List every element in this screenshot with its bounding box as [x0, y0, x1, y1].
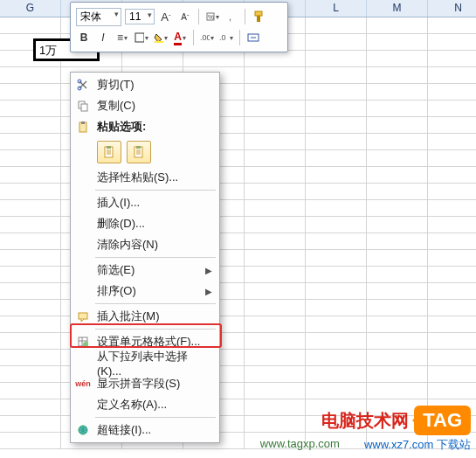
paste-option-row	[71, 137, 219, 167]
svg-rect-4	[257, 16, 260, 22]
brush-icon	[252, 10, 265, 23]
svg-rect-3	[255, 11, 262, 16]
menu-clear[interactable]: 清除内容(N)	[71, 234, 219, 255]
paste-option-values[interactable]	[127, 141, 151, 163]
menu-define-name[interactable]: 定义名称(A)...	[71, 394, 219, 415]
svg-text:.00: .00	[200, 33, 210, 42]
svg-point-22	[83, 342, 88, 347]
scissors-icon	[74, 77, 92, 93]
decrease-decimal-button[interactable]: .00	[199, 30, 215, 45]
border-icon	[135, 32, 144, 43]
watermark-url: www.tagxp.com	[260, 437, 340, 453]
menu-paste-special[interactable]: 选择性粘贴(S)...	[71, 167, 219, 188]
menu-show-pinyin[interactable]: wén 显示拼音字段(S)	[71, 373, 219, 394]
font-color-button[interactable]: A	[172, 30, 188, 45]
accounting-format-button[interactable]: %	[204, 9, 220, 24]
tag-badge: TAG	[414, 406, 471, 435]
clipboard-icon	[74, 119, 92, 135]
svg-text:.0: .0	[219, 33, 226, 42]
italic-button[interactable]: I	[95, 30, 111, 45]
col-header[interactable]: M	[367, 0, 428, 17]
watermark: 电脑技术网 TAG www.tagxp.com www.xz7.com 下载站	[260, 406, 471, 453]
menu-delete[interactable]: 删除(D)...	[71, 213, 219, 234]
menu-hyperlink[interactable]: 超链接(I)...	[71, 420, 219, 441]
context-menu: 剪切(T) 复制(C) 粘贴选项: 选择性粘贴(S)... 插入(I)... 删…	[70, 72, 220, 443]
col-header[interactable]: L	[306, 0, 367, 17]
menu-insert-comment[interactable]: 插入批注(M)	[71, 306, 219, 327]
format-cells-icon	[74, 334, 92, 350]
svg-rect-20	[79, 313, 87, 319]
merge-button[interactable]	[245, 30, 261, 45]
submenu-arrow-icon: ▶	[205, 287, 212, 296]
svg-rect-13	[81, 104, 87, 111]
bold-button[interactable]: B	[76, 30, 92, 45]
increase-decimal-button[interactable]: .0	[218, 30, 234, 45]
format-painter-button[interactable]	[251, 9, 266, 24]
comment-icon	[74, 309, 92, 324]
font-size-select[interactable]: 11	[125, 9, 155, 24]
menu-cut[interactable]: 剪切(T)	[71, 74, 219, 95]
menu-pick-from-list[interactable]: 从下拉列表中选择(K)...	[71, 352, 219, 373]
grow-font-button[interactable]: Aˆ	[158, 9, 174, 24]
submenu-arrow-icon: ▶	[205, 266, 212, 275]
font-name-select[interactable]: 宋体	[76, 8, 121, 26]
hyperlink-icon	[74, 422, 92, 438]
menu-filter[interactable]: 筛选(E) ▶	[71, 260, 219, 281]
align-button[interactable]: ≡	[114, 30, 130, 45]
col-header[interactable]: G	[0, 0, 61, 17]
svg-rect-15	[81, 121, 85, 124]
svg-rect-17	[107, 146, 111, 149]
merge-icon	[247, 32, 259, 43]
comma-style-button[interactable]: ,	[224, 9, 239, 24]
svg-rect-6	[155, 41, 163, 43]
menu-insert[interactable]: 插入(I)...	[71, 192, 219, 213]
mini-toolbar: 宋体 11 Aˆ Aˇ % , B I ≡ A .00 .0	[70, 2, 288, 52]
menu-sort[interactable]: 排序(O) ▶	[71, 281, 219, 302]
menu-copy[interactable]: 复制(C)	[71, 95, 219, 116]
menu-paste-options: 粘贴选项:	[71, 116, 219, 137]
pinyin-icon: wén	[74, 376, 92, 392]
svg-text:%: %	[208, 13, 214, 21]
svg-rect-19	[136, 146, 141, 149]
watermark-text: 电脑技术网	[321, 409, 409, 433]
svg-rect-5	[135, 33, 144, 42]
shrink-font-button[interactable]: Aˇ	[177, 9, 193, 24]
border-button[interactable]	[134, 30, 149, 45]
watermark-url: www.xz7.com 下载站	[364, 437, 471, 453]
svg-text:,: ,	[229, 11, 231, 22]
copy-icon	[74, 98, 92, 114]
paste-option-all[interactable]	[97, 141, 121, 163]
bucket-icon	[154, 32, 163, 43]
fill-color-button[interactable]	[153, 30, 169, 45]
col-header[interactable]: N	[428, 0, 476, 17]
